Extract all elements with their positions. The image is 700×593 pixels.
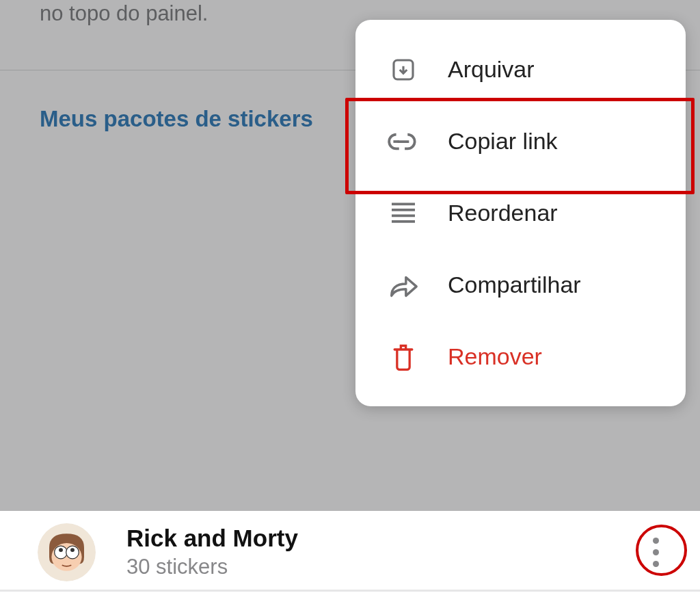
svg-point-7	[55, 546, 68, 559]
menu-label-copy-link: Copiar link	[448, 128, 558, 155]
reorder-icon	[383, 198, 424, 228]
svg-point-10	[70, 548, 75, 552]
archive-icon	[383, 54, 424, 85]
link-icon	[383, 126, 424, 157]
section-header: Meus pacotes de stickers	[40, 106, 313, 132]
share-icon	[383, 269, 424, 300]
menu-item-remove[interactable]: Remover	[355, 321, 686, 393]
sticker-pack-avatar	[38, 523, 96, 581]
more-options-button[interactable]	[638, 535, 673, 569]
description-text: no topo do painel.	[40, 0, 208, 27]
trash-icon	[383, 341, 424, 372]
menu-item-copy-link[interactable]: Copiar link	[355, 105, 686, 177]
menu-label-share: Compartilhar	[448, 272, 581, 298]
menu-item-share[interactable]: Compartilhar	[355, 249, 686, 321]
svg-point-9	[59, 548, 63, 552]
sticker-pack-name: Rick and Morty	[126, 525, 638, 552]
more-dots-icon	[653, 561, 659, 567]
sticker-pack-count: 30 stickers	[126, 555, 638, 579]
menu-item-reorder[interactable]: Reordenar	[355, 177, 686, 249]
divider	[0, 590, 700, 592]
menu-item-archive[interactable]: Arquivar	[355, 34, 686, 105]
more-dots-icon	[653, 538, 659, 544]
sticker-pack-row[interactable]: Rick and Morty 30 stickers	[0, 511, 700, 593]
sticker-pack-info: Rick and Morty 30 stickers	[126, 525, 638, 579]
context-menu: Arquivar Copiar link Reordenar Comp	[355, 20, 686, 406]
more-dots-icon	[653, 549, 659, 555]
svg-point-8	[66, 546, 79, 559]
menu-label-reorder: Reordenar	[448, 200, 558, 226]
menu-label-archive: Arquivar	[448, 56, 535, 83]
menu-label-remove: Remover	[448, 343, 542, 370]
